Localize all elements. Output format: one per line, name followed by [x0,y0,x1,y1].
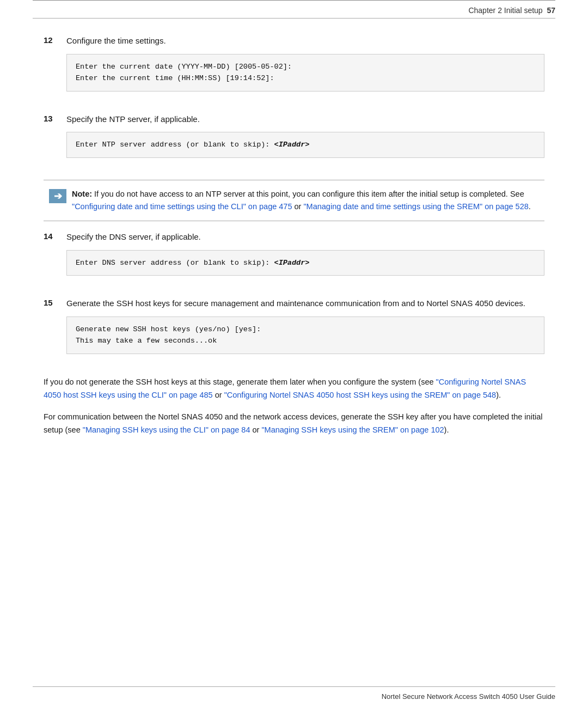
step-15-content: Generate the SSH host keys for secure ma… [66,297,544,363]
note-link2[interactable]: "Managing date and time settings using t… [303,202,528,211]
step-13-code: Enter NTP server address (or blank to sk… [66,132,544,158]
note-icon-area: ➔ [44,188,72,203]
note-arrow-icon: ➔ [49,189,66,203]
step-15: 15 Generate the SSH host keys for secure… [44,297,544,363]
note-link1[interactable]: "Configuring date and time settings usin… [72,202,292,211]
para-ssh1-text3: ). [496,391,501,399]
note-text: Note: If you do not have access to an NT… [72,188,544,213]
para-ssh1: If you do not generate the SSH host keys… [44,376,544,402]
step-15-title: Generate the SSH host keys for secure ma… [66,297,544,310]
step-14-content: Specify the DNS server, if applicable. E… [66,231,544,284]
page-container: Chapter 2 Initial setup 57 12 Configure … [0,0,588,706]
chapter-label: Chapter 2 Initial setup [468,6,542,15]
para-ssh2-link1[interactable]: "Managing SSH keys using the CLI" on pag… [83,425,250,434]
para-ssh1-text1: If you do not generate the SSH host keys… [44,378,436,386]
step-12-title: Configure the time settings. [66,35,544,47]
step-12-number: 12 [44,35,66,45]
step-12-code: Enter the current date (YYYY-MM-DD) [200… [66,54,544,92]
para-ssh2: For communication between the Nortel SNA… [44,411,544,437]
step-14-code: Enter DNS server address (or blank to sk… [66,250,544,276]
note-box: ➔ Note: If you do not have access to an … [44,180,544,221]
step-13: 13 Specify the NTP server, if applicable… [44,113,544,167]
para-ssh2-link2[interactable]: "Managing SSH keys using the SREM" on pa… [261,425,444,434]
step-12-content: Configure the time settings. Enter the c… [66,35,544,100]
para-ssh2-text3: ). [444,425,449,434]
main-content: 12 Configure the time settings. Enter th… [0,19,588,489]
step-13-title: Specify the NTP server, if applicable. [66,113,544,126]
step-14-title: Specify the DNS server, if applicable. [66,231,544,244]
step-13-content: Specify the NTP server, if applicable. E… [66,113,544,167]
ntp-ipaddr: <IPaddr> [274,141,310,149]
step-14-number: 14 [44,231,66,241]
footer-area: Nortel Secure Network Access Switch 4050… [0,686,588,706]
step-14: 14 Specify the DNS server, if applicable… [44,231,544,284]
note-text1: If you do not have access to an NTP serv… [92,190,524,198]
note-text3: . [529,202,531,211]
step-15-code: Generate new SSH host keys (yes/no) [yes… [66,317,544,354]
dns-ipaddr: <IPaddr> [274,259,310,267]
step-12: 12 Configure the time settings. Enter th… [44,35,544,100]
step-15-number: 15 [44,297,66,307]
page-number: 57 [547,6,555,15]
chapter-info: Chapter 2 Initial setup 57 [468,6,555,15]
note-text2: or [292,202,303,211]
footer-text: Nortel Secure Network Access Switch 4050… [0,687,588,706]
para-ssh1-text2: or [213,391,224,399]
para-ssh2-text2: or [250,425,262,434]
step-13-number: 13 [44,113,66,123]
header-area: Chapter 2 Initial setup 57 [0,1,588,18]
note-label: Note: [72,190,92,198]
para-ssh1-link2[interactable]: "Configuring Nortel SNAS 4050 host SSH k… [224,391,497,399]
